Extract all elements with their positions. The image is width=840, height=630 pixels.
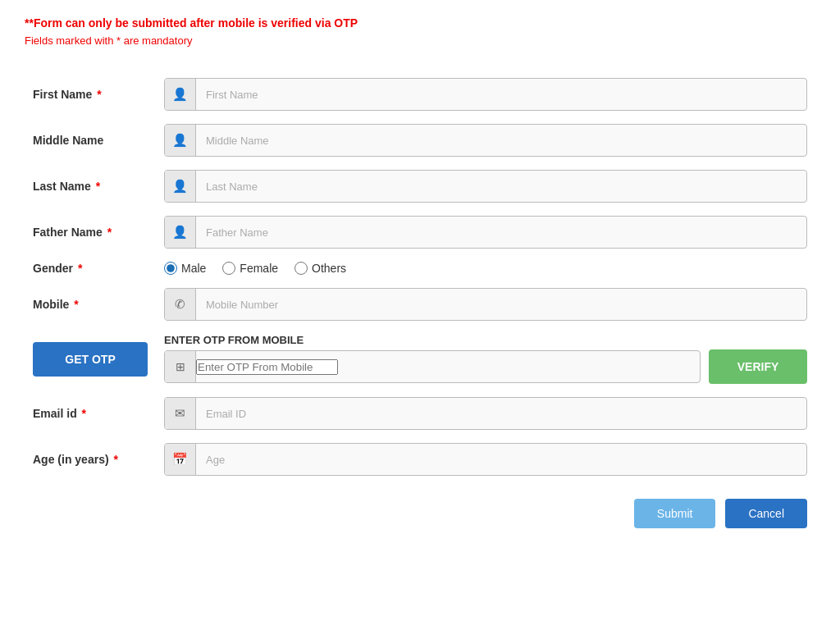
- mandatory-suffix: are mandatory: [121, 34, 192, 47]
- person-icon-first: 👤: [165, 79, 196, 110]
- gender-male-text: Male: [181, 262, 206, 275]
- mandatory-notice: Fields marked with * are mandatory: [25, 34, 815, 47]
- gender-row: Gender * Male Female Others: [25, 255, 815, 281]
- phone-icon: ✆: [165, 289, 196, 320]
- gender-others-radio[interactable]: [294, 262, 308, 275]
- otp-input-group: ENTER OTP FROM MOBILE ⊞ VERIFY: [164, 334, 807, 384]
- submit-button[interactable]: Submit: [634, 499, 716, 528]
- father-name-label: Father Name *: [25, 209, 156, 255]
- first-name-row: First Name * 👤: [25, 71, 815, 117]
- mobile-input[interactable]: [196, 292, 806, 317]
- last-name-input-wrapper: 👤: [164, 170, 807, 203]
- otp-input[interactable]: [196, 359, 338, 375]
- gender-male-label[interactable]: Male: [164, 262, 206, 275]
- otp-row: GET OTP ENTER OTP FROM MOBILE ⊞ VERIFY: [25, 327, 815, 390]
- last-name-row: Last Name * 👤: [25, 163, 815, 209]
- form-buttons: Submit Cancel: [25, 499, 815, 528]
- father-name-row: Father Name * 👤: [25, 209, 815, 255]
- mobile-row: Mobile * ✆: [25, 281, 815, 327]
- person-icon-father: 👤: [165, 217, 196, 248]
- otp-warning: **Form can only be submitted after mobil…: [25, 16, 815, 30]
- otp-label: ENTER OTP FROM MOBILE: [164, 334, 807, 346]
- person-icon-last: 👤: [165, 171, 196, 202]
- middle-name-input-wrapper: 👤: [164, 124, 807, 157]
- age-label: Age (in years) *: [25, 436, 156, 482]
- first-name-input-wrapper: 👤: [164, 78, 807, 111]
- age-input[interactable]: [196, 447, 806, 472]
- middle-name-input[interactable]: [196, 128, 806, 153]
- calendar-icon: 📅: [165, 444, 196, 475]
- age-row: Age (in years) * 📅: [25, 436, 815, 482]
- gender-others-text: Others: [312, 262, 346, 275]
- gender-female-text: Female: [240, 262, 278, 275]
- gender-female-radio[interactable]: [222, 262, 235, 275]
- otp-inner: ⊞ VERIFY: [164, 349, 807, 384]
- gender-female-label[interactable]: Female: [222, 262, 278, 275]
- cancel-button[interactable]: Cancel: [725, 499, 807, 528]
- registration-form: First Name * 👤 Middle Name 👤: [25, 71, 815, 482]
- middle-name-label: Middle Name: [25, 117, 156, 163]
- email-input[interactable]: [196, 401, 806, 427]
- age-input-wrapper: 📅: [164, 443, 807, 476]
- grid-icon: ⊞: [165, 351, 196, 382]
- first-name-input[interactable]: [196, 82, 806, 107]
- last-name-label: Last Name *: [25, 163, 156, 209]
- get-otp-button[interactable]: GET OTP: [33, 342, 148, 377]
- father-name-input-wrapper: 👤: [164, 216, 807, 249]
- email-label: Email id *: [25, 390, 156, 436]
- first-name-label: First Name *: [25, 71, 156, 117]
- email-row: Email id * ✉: [25, 390, 815, 436]
- email-input-wrapper: ✉: [164, 397, 807, 430]
- person-icon-middle: 👤: [165, 125, 196, 156]
- gender-options: Male Female Others: [164, 262, 807, 275]
- gender-label: Gender *: [25, 255, 156, 281]
- otp-input-wrapper: ⊞: [164, 350, 701, 383]
- mandatory-prefix: Fields marked with: [25, 34, 116, 47]
- gender-others-label[interactable]: Others: [294, 262, 346, 275]
- last-name-input[interactable]: [196, 174, 806, 199]
- verify-button[interactable]: VERIFY: [709, 349, 807, 384]
- mobile-label: Mobile *: [25, 281, 156, 327]
- father-name-input[interactable]: [196, 220, 806, 245]
- mobile-input-wrapper: ✆: [164, 288, 807, 321]
- email-icon: ✉: [165, 398, 196, 429]
- middle-name-row: Middle Name 👤: [25, 117, 815, 163]
- gender-male-radio[interactable]: [164, 262, 177, 275]
